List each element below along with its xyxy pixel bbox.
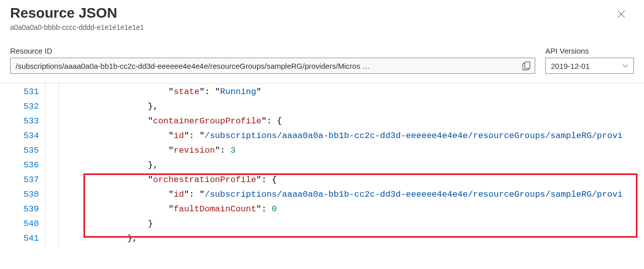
- line-number-gutter: 531532533534535536537538539540541: [0, 83, 46, 246]
- api-version-value: 2019-12-01: [551, 62, 590, 70]
- code-line: },: [65, 99, 644, 114]
- close-icon: [617, 10, 625, 18]
- fold-gutter: [46, 83, 59, 246]
- code-content: "state": "Running" }, "containerGroupPro…: [59, 83, 644, 246]
- line-number: 540: [0, 216, 39, 231]
- code-line: "faultDomainCount": 0: [65, 202, 644, 216]
- resource-id-value: /subscriptions/aaaa0a0a-bb1b-cc2c-dd3d-e…: [16, 62, 519, 70]
- line-number: 535: [0, 143, 39, 158]
- line-number: 537: [0, 172, 39, 187]
- code-line: "revision": 3: [65, 143, 644, 158]
- line-number: 531: [0, 84, 39, 99]
- resource-id-input[interactable]: /subscriptions/aaaa0a0a-bb1b-cc2c-dd3d-e…: [10, 58, 535, 74]
- line-number: 532: [0, 99, 39, 114]
- code-line: "state": "Running": [65, 84, 644, 99]
- code-line: },: [65, 231, 644, 246]
- line-number: 541: [0, 231, 39, 246]
- code-line: "id": "/subscriptions/aaaa0a0a-bb1b-cc2c…: [65, 187, 644, 202]
- controls-row: Resource ID /subscriptions/aaaa0a0a-bb1b…: [0, 31, 644, 78]
- resource-id-field: Resource ID /subscriptions/aaaa0a0a-bb1b…: [10, 47, 535, 74]
- code-line: },: [65, 158, 644, 172]
- svg-rect-2: [525, 62, 530, 68]
- copy-icon: [523, 62, 530, 70]
- page-title: Resource JSON: [10, 5, 634, 21]
- line-number: 533: [0, 114, 39, 128]
- api-versions-field: API Versions 2019-12-01: [545, 47, 634, 74]
- line-number: 534: [0, 128, 39, 143]
- line-number: 539: [0, 202, 39, 216]
- line-number: 538: [0, 187, 39, 202]
- chevron-down-icon: [622, 63, 628, 69]
- code-line: }: [65, 216, 644, 231]
- code-line: "containerGroupProfile": {: [65, 114, 644, 128]
- api-versions-label: API Versions: [545, 47, 634, 55]
- panel-header: Resource JSON a0a0a0a0-bbbb-cccc-dddd-e1…: [0, 0, 644, 31]
- close-button[interactable]: [616, 9, 626, 19]
- code-line: "orchestrationProfile": {: [65, 172, 644, 187]
- resource-guid: a0a0a0a0-bbbb-cccc-dddd-e1e1e1e1e1e1: [10, 23, 634, 31]
- copy-button[interactable]: [521, 60, 532, 71]
- code-line: "id": "/subscriptions/aaaa0a0a-bb1b-cc2c…: [65, 128, 644, 143]
- api-versions-select[interactable]: 2019-12-01: [545, 58, 634, 74]
- code-editor[interactable]: 531532533534535536537538539540541 "state…: [0, 83, 644, 246]
- resource-id-label: Resource ID: [10, 47, 535, 55]
- line-number: 536: [0, 158, 39, 172]
